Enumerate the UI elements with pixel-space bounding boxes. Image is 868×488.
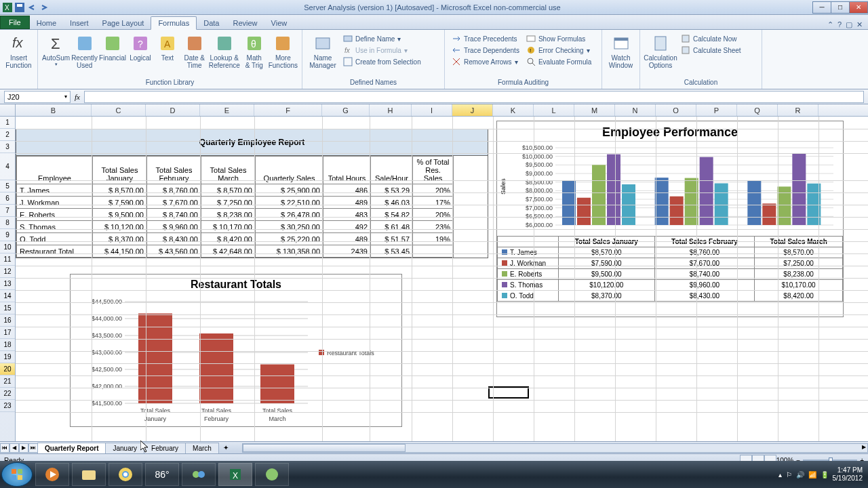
col-header-L[interactable]: L: [534, 104, 574, 116]
calculation-options-button[interactable]: Calculation Options: [644, 31, 677, 69]
row-header-6[interactable]: 6: [0, 192, 15, 205]
formula-bar[interactable]: [84, 91, 864, 103]
remove-arrows-button[interactable]: Remove Arrows ▾: [449, 56, 522, 67]
sheet-tab-february[interactable]: February: [144, 443, 186, 453]
col-header-M[interactable]: M: [574, 104, 615, 116]
more-functions-button[interactable]: More Functions: [269, 31, 298, 69]
tab-data[interactable]: Data: [197, 17, 226, 29]
new-sheet-button[interactable]: ✦: [223, 444, 229, 451]
tray-volume-icon[interactable]: 🔊: [796, 471, 804, 479]
row-header-21[interactable]: 21: [0, 375, 15, 388]
col-header-D[interactable]: D: [146, 104, 200, 116]
employee-performance-chart[interactable]: Employee Performance $10,500.00$10,000.0…: [496, 121, 844, 317]
file-tab[interactable]: File: [0, 16, 30, 29]
tray-battery-icon[interactable]: 🔋: [821, 471, 829, 479]
clock[interactable]: 1:47 PM5/19/2012: [833, 466, 863, 483]
col-header-Q[interactable]: Q: [737, 104, 778, 116]
text-button[interactable]: AText: [155, 31, 180, 62]
fx-icon[interactable]: fx: [75, 93, 80, 101]
worksheet-grid[interactable]: 1234567891011121314151617181920212223 Qu…: [0, 117, 868, 441]
tab-page-layout[interactable]: Page Layout: [96, 17, 151, 29]
taskbar-excel[interactable]: X: [218, 463, 252, 486]
row-header-9[interactable]: 9: [0, 229, 15, 241]
minimize-ribbon-icon[interactable]: ⌃: [827, 20, 833, 29]
row-header-5[interactable]: 5: [0, 180, 15, 192]
tab-home[interactable]: Home: [30, 17, 63, 29]
tab-review[interactable]: Review: [226, 17, 264, 29]
help-icon[interactable]: ?: [837, 20, 842, 29]
row-header-11[interactable]: 11: [0, 253, 15, 266]
sheet-tab-march[interactable]: March: [185, 443, 219, 453]
minimize-button[interactable]: ─: [812, 1, 831, 14]
undo-icon[interactable]: [27, 3, 37, 12]
col-header-H[interactable]: H: [370, 104, 412, 116]
horizontal-scrollbar[interactable]: ◀▶: [242, 443, 868, 453]
col-header-C[interactable]: C: [92, 104, 146, 116]
tab-view[interactable]: View: [264, 17, 294, 29]
row-header-12[interactable]: 12: [0, 266, 15, 278]
maximize-button[interactable]: □: [831, 1, 850, 14]
prev-sheet-button[interactable]: ◀: [9, 443, 19, 453]
row-header-13[interactable]: 13: [0, 278, 15, 290]
evaluate-formula-button[interactable]: Evaluate Formula: [524, 56, 594, 67]
row-header-22[interactable]: 22: [0, 388, 15, 400]
select-all-corner[interactable]: [0, 104, 16, 116]
use-in-formula-button[interactable]: fxUse in Formula ▾: [340, 45, 424, 56]
save-icon[interactable]: [15, 3, 24, 12]
error-checking-button[interactable]: !Error Checking ▾: [524, 45, 594, 56]
row-header-23[interactable]: 23: [0, 400, 15, 412]
row-header-3[interactable]: 3: [0, 141, 15, 153]
tray-up-icon[interactable]: ▴: [778, 471, 782, 479]
row-header-19[interactable]: 19: [0, 351, 15, 363]
row-header-10[interactable]: 10: [0, 241, 15, 253]
trace-precedents-button[interactable]: Trace Precedents: [449, 33, 522, 44]
name-manager-button[interactable]: Name Manager: [307, 31, 339, 69]
date-time-button[interactable]: Date & Time: [182, 31, 208, 69]
row-header-4[interactable]: 4: [0, 153, 15, 180]
create-from-selection-button[interactable]: Create from Selection: [340, 56, 424, 67]
name-box[interactable]: J20▾: [4, 91, 71, 103]
row-header-14[interactable]: 14: [0, 290, 15, 302]
col-header-E[interactable]: E: [200, 104, 254, 116]
taskbar-weather[interactable]: 86°: [145, 463, 179, 486]
row-header-2[interactable]: 2: [0, 129, 15, 141]
tray-network-icon[interactable]: 📶: [808, 471, 816, 479]
tab-insert[interactable]: Insert: [63, 17, 96, 29]
tray-flag-icon[interactable]: ⚐: [786, 471, 792, 479]
col-header-O[interactable]: O: [656, 104, 696, 116]
row-header-20[interactable]: 20: [0, 363, 15, 375]
row-header-18[interactable]: 18: [0, 339, 15, 351]
taskbar-media-player[interactable]: [35, 463, 69, 486]
taskbar-app1[interactable]: [182, 463, 216, 486]
row-header-7[interactable]: 7: [0, 205, 15, 217]
col-header-K[interactable]: K: [493, 104, 534, 116]
col-header-G[interactable]: G: [322, 104, 370, 116]
calculate-now-button[interactable]: Calculate Now: [678, 33, 744, 44]
last-sheet-button[interactable]: ⏭: [28, 443, 38, 453]
start-button[interactable]: [1, 462, 33, 487]
math-trig-button[interactable]: θMath & Trig: [241, 31, 267, 69]
col-header-J[interactable]: J: [452, 104, 493, 116]
trace-dependents-button[interactable]: Trace Dependents: [449, 45, 522, 56]
taskbar-chrome[interactable]: [108, 463, 142, 486]
define-name-button[interactable]: Define Name ▾: [340, 33, 424, 44]
recently-used-button[interactable]: Recently Used: [71, 31, 98, 69]
taskbar-explorer[interactable]: [72, 463, 106, 486]
row-header-17[interactable]: 17: [0, 327, 15, 339]
autosum-button[interactable]: ΣAutoSum▾: [42, 31, 70, 67]
insert-function-button[interactable]: fxInsert Function: [4, 31, 33, 69]
lookup-button[interactable]: Lookup & Reference: [209, 31, 240, 69]
first-sheet-button[interactable]: ⏮: [0, 443, 9, 453]
logical-button[interactable]: ?Logical: [127, 31, 153, 62]
window-restore-icon[interactable]: ▢: [846, 20, 852, 29]
watch-window-button[interactable]: Watch Window: [606, 31, 635, 69]
sheet-tab-january[interactable]: January: [105, 443, 144, 453]
row-header-8[interactable]: 8: [0, 217, 15, 229]
col-header-R[interactable]: R: [778, 104, 818, 116]
financial-button[interactable]: Financial: [99, 31, 126, 62]
tab-formulas[interactable]: Formulas: [151, 16, 197, 30]
close-button[interactable]: ✕: [849, 1, 868, 14]
row-header-16[interactable]: 16: [0, 314, 15, 327]
next-sheet-button[interactable]: ▶: [19, 443, 28, 453]
restaurant-totals-chart[interactable]: Restaurant Totals $44,500.00$44,000.00$4…: [70, 274, 402, 427]
